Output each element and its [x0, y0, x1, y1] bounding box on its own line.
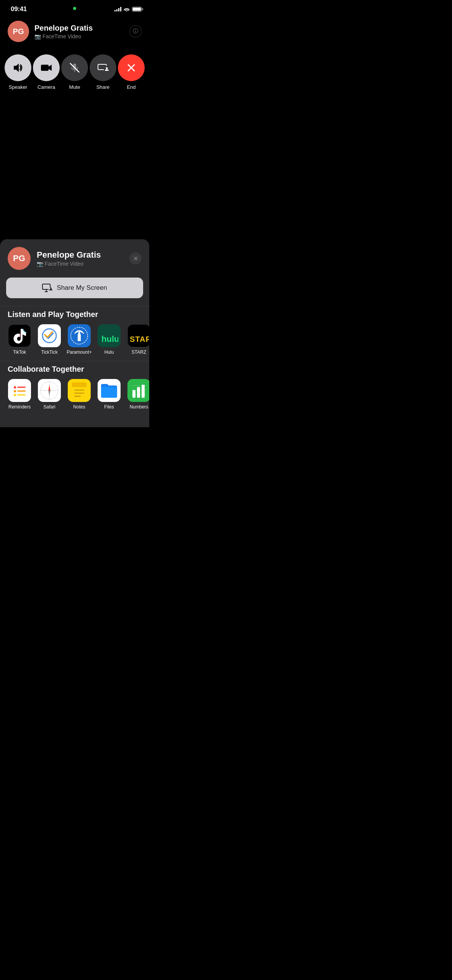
collaborate-apps: Reminders Safari [0, 379, 149, 416]
app-safari[interactable]: Safari [36, 379, 63, 410]
listen-play-apps: TikTok TickTick [0, 324, 149, 361]
svg-rect-43 [137, 387, 140, 398]
share-control[interactable]: Share [90, 54, 116, 90]
end-button[interactable] [118, 54, 145, 81]
mute-icon [69, 62, 80, 74]
status-icons [114, 7, 142, 11]
share-screen-icon [97, 62, 109, 74]
hulu-icon: hulu [98, 324, 121, 347]
numbers-icon [127, 379, 149, 402]
status-bar: 09:41 [0, 0, 149, 16]
share-my-screen-button[interactable]: Share My Screen [6, 278, 143, 298]
sheet-caller-info: Penelope Gratis 📷 FaceTime Video [37, 250, 129, 267]
info-button[interactable]: ⓘ [129, 25, 142, 38]
notes-icon [68, 379, 91, 402]
app-tiktok[interactable]: TikTok [6, 324, 33, 355]
caller-info: Penelope Gratis 📷 FaceTime Video [34, 24, 129, 39]
end-label: End [127, 84, 135, 90]
mute-button[interactable] [61, 54, 88, 81]
caller-name: Penelope Gratis [34, 24, 129, 33]
sheet-avatar: PG [8, 247, 31, 270]
svg-point-29 [14, 394, 16, 396]
share-label: Share [96, 84, 110, 90]
camera-button[interactable] [33, 54, 60, 81]
app-paramount[interactable]: Paramount+ [66, 324, 93, 355]
svg-point-27 [14, 390, 16, 392]
call-controls: Speaker Camera Mute [0, 47, 149, 94]
svg-rect-30 [17, 394, 26, 395]
notes-label: Notes [73, 404, 85, 410]
share-my-screen-icon [42, 284, 53, 292]
svg-marker-0 [14, 64, 19, 72]
sheet-close-button[interactable]: ✕ [129, 252, 142, 265]
sheet-caller-name: Penelope Gratis [37, 250, 129, 260]
svg-rect-42 [132, 390, 135, 398]
svg-rect-28 [17, 390, 26, 392]
sheet-caller-subtitle: 📷 FaceTime Video [37, 261, 129, 267]
svg-marker-35 [48, 390, 51, 396]
svg-rect-44 [142, 385, 145, 398]
mute-control[interactable]: Mute [61, 54, 88, 90]
paramount-label: Paramount+ [67, 350, 92, 355]
speaker-control[interactable]: Speaker [5, 54, 31, 90]
svg-point-25 [14, 386, 16, 389]
wifi-icon [124, 7, 130, 11]
app-files[interactable]: Files [96, 379, 122, 410]
files-icon [98, 379, 121, 402]
tiktok-icon [8, 324, 31, 347]
mute-label: Mute [69, 84, 80, 90]
video-cam-icon: 📷 [34, 33, 41, 39]
svg-point-11 [106, 67, 108, 69]
app-ticktick[interactable]: TickTick [36, 324, 63, 355]
svg-rect-26 [17, 387, 26, 388]
app-hulu[interactable]: hulu Hulu [96, 324, 122, 355]
share-sheet: PG Penelope Gratis 📷 FaceTime Video ✕ Sh… [0, 239, 149, 427]
call-video-area [0, 94, 149, 239]
app-notes[interactable]: Notes [66, 379, 93, 410]
svg-rect-1 [41, 65, 49, 71]
paramount-icon [68, 324, 91, 347]
signal-bars-icon [114, 7, 121, 11]
call-header: PG Penelope Gratis 📷 FaceTime Video ⓘ [0, 16, 149, 47]
svg-rect-22 [78, 335, 81, 341]
files-label: Files [104, 404, 114, 410]
svg-rect-38 [72, 385, 86, 387]
starz-icon: STARZ [127, 324, 149, 347]
numbers-label: Numbers [130, 404, 148, 410]
share-screen-label: Share My Screen [57, 284, 107, 292]
collaborate-section-title: Collaborate Together [0, 361, 149, 379]
safari-label: Safari [43, 404, 55, 410]
reminders-label: Reminders [8, 404, 31, 410]
svg-text:STARZ: STARZ [130, 335, 149, 343]
sheet-header: PG Penelope Gratis 📷 FaceTime Video ✕ [0, 239, 149, 276]
caller-avatar: PG [8, 21, 29, 42]
camera-label: Camera [38, 84, 55, 90]
reminders-icon [8, 379, 31, 402]
active-dot [73, 7, 76, 10]
listen-play-section-title: Listen and Play Together [0, 306, 149, 324]
svg-text:hulu: hulu [101, 334, 118, 344]
sheet-video-icon: 📷 [37, 261, 43, 267]
safari-icon [38, 379, 61, 402]
svg-point-18 [50, 287, 52, 289]
ticktick-icon [38, 324, 61, 347]
speaker-label: Speaker [9, 84, 27, 90]
end-call-icon [126, 62, 137, 74]
speaker-icon [12, 62, 24, 74]
ticktick-label: TickTick [41, 350, 57, 355]
svg-marker-2 [49, 65, 52, 71]
tiktok-label: TikTok [13, 350, 26, 355]
speaker-button[interactable] [5, 54, 31, 81]
app-numbers[interactable]: Numbers [126, 379, 149, 410]
caller-subtitle: 📷 FaceTime Video [34, 33, 129, 39]
camera-icon [40, 62, 52, 74]
battery-icon [132, 7, 142, 11]
hulu-label: Hulu [104, 350, 114, 355]
share-button[interactable] [90, 54, 116, 81]
app-starz[interactable]: STARZ STARZ [126, 324, 149, 355]
end-control[interactable]: End [118, 54, 145, 90]
app-reminders[interactable]: Reminders [6, 379, 33, 410]
starz-label: STARZ [132, 350, 146, 355]
camera-control[interactable]: Camera [33, 54, 60, 90]
status-time: 09:41 [11, 5, 27, 13]
